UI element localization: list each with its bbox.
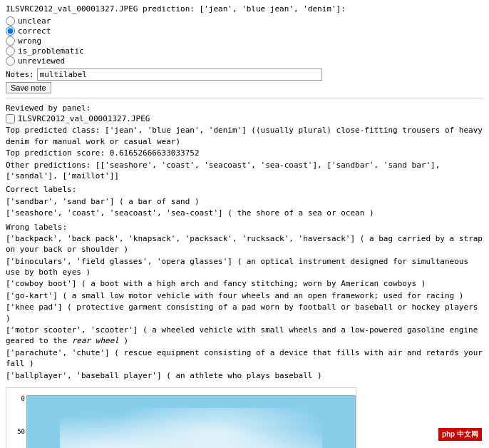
page-title: ILSVRC2012_val_00001327.JPEG prediction:… — [6, 4, 483, 14]
correct-radio-row[interactable]: correct — [6, 26, 483, 36]
wrong-label-1: ['binoculars', 'field glasses', 'opera g… — [6, 256, 483, 278]
wrong-label: wrong — [18, 36, 41, 46]
reviewed-section: Reviewed by panel: ILSVRC2012_val_000013… — [6, 103, 483, 123]
unclear-label: unclear — [18, 16, 51, 26]
save-note-button[interactable]: Save note — [6, 82, 51, 93]
correct-labels-header: Correct labels: — [6, 184, 483, 195]
unclear-radio-row[interactable]: unclear — [6, 16, 483, 26]
checkbox-label: ILSVRC2012_val_00001327.JPEG — [18, 114, 150, 123]
beach-image — [26, 395, 356, 448]
beach-clouds — [60, 408, 322, 448]
unreviewed-radio[interactable] — [6, 56, 15, 66]
wrong-labels-list: ['backpack', 'back pack', 'knapsack', 'p… — [6, 233, 483, 381]
wrong-label-5: ['motor scooter', 'scooter'] ( a wheeled… — [6, 325, 483, 347]
reviewed-label: Reviewed by panel: — [6, 103, 483, 113]
other-predictions-line: Other predictions: [['seashore', 'coast'… — [6, 160, 483, 182]
is-problematic-label: is_problematic — [18, 46, 84, 56]
main-container: ILSVRC2012_val_00001327.JPEG prediction:… — [6, 4, 483, 448]
notes-row: Notes: — [6, 68, 483, 81]
wrong-label-4: ['knee pad'] ( protective garment consis… — [6, 302, 483, 324]
wrong-label-0: ['backpack', 'back pack', 'knapsack', 'p… — [6, 233, 483, 255]
top-score-line: Top prediction score: 0.6165266663303375… — [6, 148, 483, 158]
chart-wrapper: 0 50 100 150 200 250 300 350 — [6, 388, 356, 448]
save-note-row: Save note — [6, 82, 483, 93]
wrong-label-3: ['go-kart'] ( a small low motor vehicle … — [6, 290, 483, 301]
correct-label-2: ['seashore', 'coast', 'seacoast', 'sea-c… — [6, 208, 483, 218]
wrong-radio[interactable] — [6, 36, 15, 46]
wrong-labels-header: Wrong labels: — [6, 222, 483, 233]
wrong-label-7: ['ballplayer', 'baseball player'] ( an a… — [6, 370, 483, 381]
wrong-radio-row[interactable]: wrong — [6, 36, 483, 46]
content-area: Top predicted class: ['jean', 'blue jean… — [6, 125, 483, 381]
wrong-label-6: ['parachute', 'chute'] ( rescue equipmen… — [6, 347, 483, 370]
prediction-radio-group: unclear correct wrong is_problematic unr… — [6, 16, 483, 66]
is-problematic-radio[interactable] — [6, 46, 15, 56]
y-label-0: 0 — [6, 395, 25, 402]
wrong-label-2: ['cowboy boot'] ( a boot with a high arc… — [6, 278, 483, 289]
correct-radio[interactable] — [6, 26, 15, 36]
image-checkbox[interactable] — [6, 114, 15, 123]
divider-1 — [6, 98, 483, 98]
correct-label-1: ['sandbar', 'sand bar'] ( a bar of sand … — [6, 196, 483, 207]
checkbox-row[interactable]: ILSVRC2012_val_00001327.JPEG — [6, 114, 483, 123]
notes-label: Notes: — [6, 70, 34, 79]
y-label-50: 50 — [6, 428, 25, 435]
unclear-radio[interactable] — [6, 16, 15, 26]
correct-label: correct — [18, 26, 51, 36]
unreviewed-label: unreviewed — [18, 56, 65, 66]
notes-input[interactable] — [37, 68, 322, 81]
top-class-line: Top predicted class: ['jean', 'blue jean… — [6, 125, 483, 147]
y-axis: 0 50 100 150 200 250 300 350 — [6, 395, 26, 448]
watermark: php 中文网 — [438, 428, 482, 441]
unreviewed-radio-row[interactable]: unreviewed — [6, 56, 483, 66]
image-chart-container: 0 50 100 150 200 250 300 350 — [6, 387, 356, 448]
is-problematic-radio-row[interactable]: is_problematic — [6, 46, 483, 56]
